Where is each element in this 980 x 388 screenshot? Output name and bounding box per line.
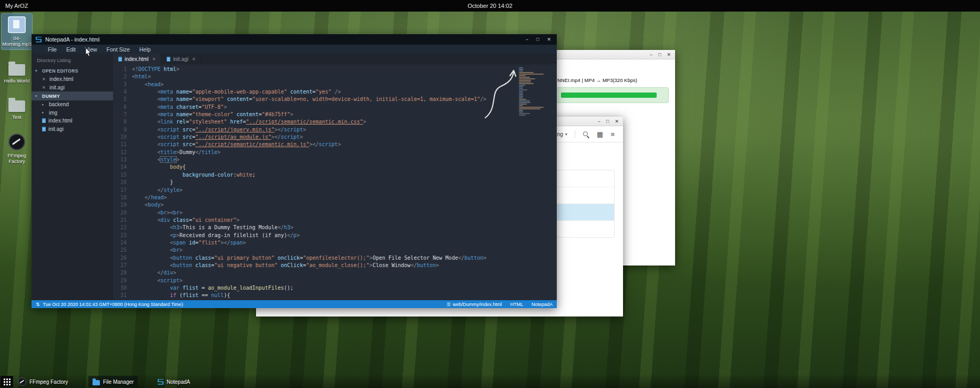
code-line[interactable]: 3 <head>	[113, 81, 557, 88]
code-line[interactable]: 31 if (flist == null){	[113, 292, 557, 299]
code-line[interactable]: 24 <span id="flist"></span>	[113, 239, 557, 247]
tree-item-backend[interactable]: ▸backend	[32, 100, 113, 109]
minimap[interactable]	[519, 67, 553, 116]
tab-init-agi[interactable]: init.agi✕	[161, 54, 201, 65]
code-line[interactable]: 6 <meta charset="UTF-8">	[113, 104, 557, 111]
code-line[interactable]: 13 <style>	[113, 156, 557, 164]
minimize-button[interactable]: −	[650, 52, 652, 57]
tree-item-index-html[interactable]: ✕index.html	[32, 75, 113, 84]
menu-view[interactable]: View	[80, 46, 102, 53]
code-text: <meta name="viewport" content="user-scal…	[132, 96, 486, 103]
code-line[interactable]: 9 <script src="../script/jquery.min.js">…	[113, 126, 557, 134]
code-line[interactable]: 30 var flist = ao_module_loadInputFiles(…	[113, 284, 557, 292]
maximize-button[interactable]: □	[606, 119, 609, 124]
code-text: <html>	[132, 73, 151, 80]
code-line[interactable]: 21 <div class="ui container">	[113, 217, 557, 224]
aroz-menu-button[interactable]: My ArOZ	[5, 3, 28, 9]
line-number: 2	[113, 73, 132, 80]
desktop-icon-test[interactable]: Test	[2, 94, 32, 122]
minimize-button[interactable]: −	[598, 119, 600, 124]
code-line[interactable]: 5 <meta name="viewport" content="user-sc…	[113, 96, 557, 103]
maximize-button[interactable]: □	[658, 52, 661, 57]
code-line[interactable]: 19 <body>	[113, 201, 557, 209]
code-text: var flist = ao_module_loadInputFiles();	[132, 284, 293, 292]
code-line[interactable]: 2<html>	[113, 73, 557, 80]
folder-icon	[93, 380, 100, 385]
close-icon[interactable]: ✕	[152, 57, 156, 62]
code-line[interactable]: 15 background-color:white;	[113, 171, 557, 179]
tree-item-label: img	[49, 110, 57, 116]
line-number: 8	[113, 118, 132, 126]
desktop-icon-hello-world[interactable]: Hello World	[2, 58, 32, 86]
minimize-button[interactable]: −	[526, 37, 528, 42]
menu-file[interactable]: File	[43, 46, 62, 53]
close-icon[interactable]: ✕	[42, 85, 47, 90]
code-text: </div>	[132, 269, 176, 277]
desktop-icon-04-morning-mp3[interactable]: 04-Morning.mp3	[2, 14, 32, 49]
menu-icon[interactable]: ≡	[610, 131, 615, 138]
ffmpeg-icon	[18, 377, 26, 386]
code-line[interactable]: 29 <script>	[113, 277, 557, 284]
menu-help[interactable]: Help	[135, 46, 156, 53]
tree-item-init-agi[interactable]: ✕init.agi	[32, 84, 113, 92]
code-line[interactable]: 16 }	[113, 179, 557, 186]
line-number: 7	[113, 111, 132, 118]
taskbar-item-file-manager[interactable]: File Manager	[88, 376, 138, 387]
tree-item-index-html[interactable]: index.html	[32, 117, 113, 125]
code-line[interactable]: 25 <br>	[113, 247, 557, 254]
close-button[interactable]: ✕	[667, 52, 671, 57]
search-icon[interactable]	[583, 131, 589, 138]
code-line[interactable]: 26 <button class="ui primary button" onc…	[113, 254, 557, 262]
code-line[interactable]: 20 <br><br>	[113, 209, 557, 217]
line-number: 11	[113, 141, 132, 148]
tab-index-html[interactable]: index.html✕	[113, 54, 161, 65]
minimap-line	[519, 97, 523, 98]
code-line[interactable]: 18 </head>	[113, 194, 557, 201]
toolbar-divider	[575, 130, 575, 138]
code-line[interactable]: 8 <link rel="stylesheet" href="../script…	[113, 118, 557, 126]
menu-font-size[interactable]: Font Size	[102, 46, 135, 53]
tree-item-img[interactable]: ▸img	[32, 109, 113, 117]
tab-label: index.html	[125, 56, 149, 62]
close-icon[interactable]: ✕	[42, 77, 47, 81]
line-number: 17	[113, 187, 132, 194]
code-line[interactable]: 17 </style>	[113, 187, 557, 194]
code-line[interactable]: 28 </div>	[113, 269, 557, 277]
minimap-line	[519, 78, 535, 79]
tree-item-init-agi[interactable]: init.agi	[32, 125, 113, 134]
close-icon[interactable]: ✕	[192, 57, 196, 62]
taskbar: FFmpeg FactoryFile ManagerNotepadA	[0, 375, 980, 388]
code-line[interactable]: 22 <h3>This is a Dummy Testing Module</h…	[113, 224, 557, 231]
minimap-line	[519, 110, 523, 111]
code-text: <br>	[132, 247, 182, 254]
code-line[interactable]: 7 <meta name="theme-color" content="#4b7…	[113, 111, 557, 118]
taskbar-item-notepada[interactable]: NotepadA	[154, 376, 194, 387]
code-editor[interactable]: 1<!DOCTYPE html>2<html>3 <head>4 <meta n…	[113, 65, 557, 300]
code-line[interactable]: 1<!DOCTYPE html>	[113, 66, 557, 73]
close-button[interactable]: ✕	[615, 119, 619, 124]
minimap-line	[519, 99, 526, 100]
code-line[interactable]: 14 body{	[113, 164, 557, 171]
minimap-line	[519, 107, 544, 108]
line-number: 12	[113, 149, 132, 156]
desktop-icon-ffmpeg-factory[interactable]: FFmpeg Factory	[2, 131, 32, 167]
code-line[interactable]: 12 <title>Dummy</title>	[113, 149, 557, 156]
code-line[interactable]: 10 <script src="../script/ao_module.js">…	[113, 134, 557, 141]
menu-edit[interactable]: Edit	[62, 46, 80, 53]
tree-section-dummy[interactable]: ▾DUMMY	[32, 91, 113, 100]
code-line[interactable]: 11 <script src="../script/semantic/seman…	[113, 141, 557, 148]
line-number: 26	[113, 254, 132, 262]
tree-section-open-editors[interactable]: ▾OPEN EDITORS	[32, 66, 113, 75]
close-button[interactable]: ✕	[547, 37, 551, 42]
window-controls: − □ ✕	[598, 119, 619, 124]
tree-section-label: OPEN EDITORS	[42, 68, 78, 74]
code-line[interactable]: 23 <p>Received drag-in filelist (if any)…	[113, 232, 557, 239]
chevron-right-icon: ▸	[42, 110, 46, 115]
line-number: 22	[113, 224, 132, 231]
start-button[interactable]	[1, 376, 13, 387]
code-line[interactable]: 4 <meta name="apple-mobile-web-app-capab…	[113, 88, 557, 96]
taskbar-item-ffmpeg-factory[interactable]: FFmpeg Factory	[14, 376, 72, 387]
maximize-button[interactable]: □	[536, 37, 539, 42]
grid-view-icon[interactable]: ▦	[597, 131, 603, 138]
code-line[interactable]: 27 <button class="ui negative button" on…	[113, 262, 557, 269]
